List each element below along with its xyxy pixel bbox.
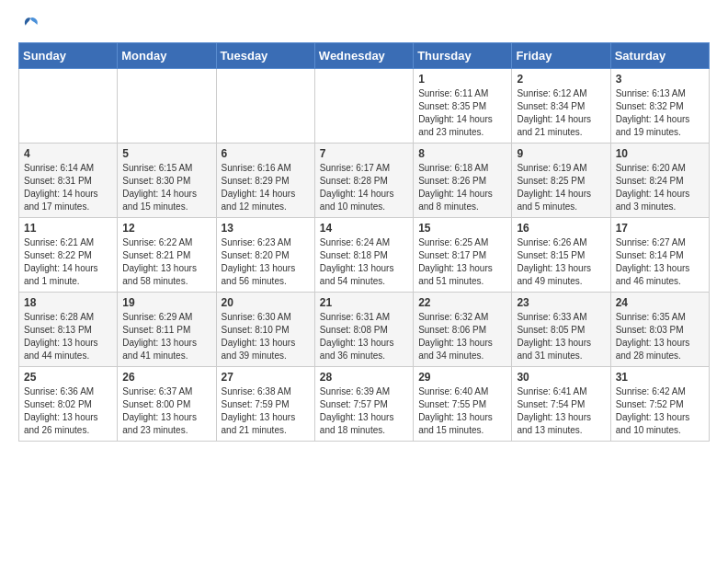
day-number: 8 <box>418 147 506 160</box>
calendar-cell: 5Sunrise: 6:15 AM Sunset: 8:30 PM Daylig… <box>118 144 216 218</box>
day-info: Sunrise: 6:42 AM Sunset: 7:52 PM Dayligh… <box>616 385 704 437</box>
day-number: 7 <box>320 147 408 160</box>
day-info: Sunrise: 6:28 AM Sunset: 8:13 PM Dayligh… <box>24 311 112 362</box>
calendar-header-row: SundayMondayTuesdayWednesdayThursdayFrid… <box>19 43 710 69</box>
calendar-cell: 4Sunrise: 6:14 AM Sunset: 8:31 PM Daylig… <box>19 144 118 218</box>
day-info: Sunrise: 6:23 AM Sunset: 8:20 PM Dayligh… <box>222 236 310 288</box>
weekday-header: Thursday <box>414 43 512 69</box>
day-info: Sunrise: 6:37 AM Sunset: 8:00 PM Dayligh… <box>122 385 210 437</box>
calendar-cell: 9Sunrise: 6:19 AM Sunset: 8:25 PM Daylig… <box>512 144 610 218</box>
day-number: 28 <box>320 371 408 384</box>
weekday-header: Saturday <box>610 43 709 69</box>
calendar-cell: 26Sunrise: 6:37 AM Sunset: 8:00 PM Dayli… <box>118 367 216 442</box>
weekday-header: Monday <box>118 43 216 69</box>
day-number: 31 <box>616 371 704 384</box>
day-number: 2 <box>517 73 605 86</box>
calendar-cell: 24Sunrise: 6:35 AM Sunset: 8:03 PM Dayli… <box>610 293 709 367</box>
day-info: Sunrise: 6:29 AM Sunset: 8:11 PM Dayligh… <box>122 311 210 362</box>
calendar-cell: 16Sunrise: 6:26 AM Sunset: 8:15 PM Dayli… <box>512 218 610 293</box>
calendar-cell: 14Sunrise: 6:24 AM Sunset: 8:18 PM Dayli… <box>314 218 413 293</box>
calendar-cell: 23Sunrise: 6:33 AM Sunset: 8:05 PM Dayli… <box>512 293 610 367</box>
day-number: 14 <box>320 222 408 235</box>
day-number: 17 <box>616 222 704 235</box>
calendar-cell: 18Sunrise: 6:28 AM Sunset: 8:13 PM Dayli… <box>19 293 118 367</box>
calendar-week-row: 4Sunrise: 6:14 AM Sunset: 8:31 PM Daylig… <box>19 144 710 218</box>
day-number: 9 <box>517 147 605 160</box>
day-info: Sunrise: 6:31 AM Sunset: 8:08 PM Dayligh… <box>320 311 408 362</box>
day-number: 18 <box>24 296 112 309</box>
day-number: 23 <box>517 296 605 309</box>
day-info: Sunrise: 6:33 AM Sunset: 8:05 PM Dayligh… <box>517 311 605 362</box>
day-info: Sunrise: 6:15 AM Sunset: 8:30 PM Dayligh… <box>122 162 210 213</box>
day-info: Sunrise: 6:27 AM Sunset: 8:14 PM Dayligh… <box>616 236 704 288</box>
day-info: Sunrise: 6:20 AM Sunset: 8:24 PM Dayligh… <box>616 162 704 213</box>
day-info: Sunrise: 6:26 AM Sunset: 8:15 PM Dayligh… <box>517 236 605 288</box>
day-info: Sunrise: 6:30 AM Sunset: 8:10 PM Dayligh… <box>222 311 310 362</box>
day-info: Sunrise: 6:25 AM Sunset: 8:17 PM Dayligh… <box>418 236 506 288</box>
day-number: 19 <box>122 296 210 309</box>
day-info: Sunrise: 6:12 AM Sunset: 8:34 PM Dayligh… <box>517 87 605 139</box>
logo <box>18 15 40 35</box>
day-info: Sunrise: 6:11 AM Sunset: 8:35 PM Dayligh… <box>418 87 506 139</box>
calendar-cell: 15Sunrise: 6:25 AM Sunset: 8:17 PM Dayli… <box>414 218 512 293</box>
calendar-cell: 30Sunrise: 6:41 AM Sunset: 7:54 PM Dayli… <box>512 367 610 442</box>
calendar-cell: 6Sunrise: 6:16 AM Sunset: 8:29 PM Daylig… <box>216 144 314 218</box>
logo-bird-icon <box>20 15 40 35</box>
calendar-week-row: 25Sunrise: 6:36 AM Sunset: 8:02 PM Dayli… <box>19 367 710 442</box>
day-info: Sunrise: 6:18 AM Sunset: 8:26 PM Dayligh… <box>418 162 506 213</box>
day-info: Sunrise: 6:24 AM Sunset: 8:18 PM Dayligh… <box>320 236 408 288</box>
calendar-cell <box>19 69 118 144</box>
day-info: Sunrise: 6:13 AM Sunset: 8:32 PM Dayligh… <box>616 87 704 139</box>
day-number: 22 <box>418 296 506 309</box>
calendar-table: SundayMondayTuesdayWednesdayThursdayFrid… <box>18 42 710 442</box>
calendar-cell: 10Sunrise: 6:20 AM Sunset: 8:24 PM Dayli… <box>610 144 709 218</box>
page-header <box>18 15 710 35</box>
day-number: 11 <box>24 222 112 235</box>
calendar-cell: 17Sunrise: 6:27 AM Sunset: 8:14 PM Dayli… <box>610 218 709 293</box>
day-number: 10 <box>616 147 704 160</box>
weekday-header: Tuesday <box>216 43 314 69</box>
day-info: Sunrise: 6:38 AM Sunset: 7:59 PM Dayligh… <box>222 385 310 437</box>
day-number: 15 <box>418 222 506 235</box>
calendar-cell: 28Sunrise: 6:39 AM Sunset: 7:57 PM Dayli… <box>314 367 413 442</box>
day-info: Sunrise: 6:21 AM Sunset: 8:22 PM Dayligh… <box>24 236 112 288</box>
calendar-cell: 2Sunrise: 6:12 AM Sunset: 8:34 PM Daylig… <box>512 69 610 144</box>
day-number: 1 <box>418 73 506 86</box>
calendar-week-row: 11Sunrise: 6:21 AM Sunset: 8:22 PM Dayli… <box>19 218 710 293</box>
day-number: 20 <box>222 296 310 309</box>
day-number: 30 <box>517 371 605 384</box>
calendar-cell: 12Sunrise: 6:22 AM Sunset: 8:21 PM Dayli… <box>118 218 216 293</box>
calendar-cell: 29Sunrise: 6:40 AM Sunset: 7:55 PM Dayli… <box>414 367 512 442</box>
weekday-header: Sunday <box>19 43 118 69</box>
calendar-cell <box>216 69 314 144</box>
calendar-cell: 22Sunrise: 6:32 AM Sunset: 8:06 PM Dayli… <box>414 293 512 367</box>
day-info: Sunrise: 6:32 AM Sunset: 8:06 PM Dayligh… <box>418 311 506 362</box>
day-info: Sunrise: 6:36 AM Sunset: 8:02 PM Dayligh… <box>24 385 112 437</box>
calendar-cell: 20Sunrise: 6:30 AM Sunset: 8:10 PM Dayli… <box>216 293 314 367</box>
day-info: Sunrise: 6:16 AM Sunset: 8:29 PM Dayligh… <box>222 162 310 213</box>
calendar-cell: 7Sunrise: 6:17 AM Sunset: 8:28 PM Daylig… <box>314 144 413 218</box>
day-info: Sunrise: 6:39 AM Sunset: 7:57 PM Dayligh… <box>320 385 408 437</box>
calendar-cell: 27Sunrise: 6:38 AM Sunset: 7:59 PM Dayli… <box>216 367 314 442</box>
day-info: Sunrise: 6:35 AM Sunset: 8:03 PM Dayligh… <box>616 311 704 362</box>
day-number: 3 <box>616 73 704 86</box>
weekday-header: Friday <box>512 43 610 69</box>
day-number: 26 <box>122 371 210 384</box>
calendar-cell <box>118 69 216 144</box>
day-number: 5 <box>122 147 210 160</box>
day-number: 24 <box>616 296 704 309</box>
day-number: 6 <box>222 147 310 160</box>
calendar-cell: 25Sunrise: 6:36 AM Sunset: 8:02 PM Dayli… <box>19 367 118 442</box>
calendar-cell: 19Sunrise: 6:29 AM Sunset: 8:11 PM Dayli… <box>118 293 216 367</box>
day-info: Sunrise: 6:14 AM Sunset: 8:31 PM Dayligh… <box>24 162 112 213</box>
day-info: Sunrise: 6:40 AM Sunset: 7:55 PM Dayligh… <box>418 385 506 437</box>
weekday-header: Wednesday <box>314 43 413 69</box>
calendar-cell: 31Sunrise: 6:42 AM Sunset: 7:52 PM Dayli… <box>610 367 709 442</box>
day-number: 4 <box>24 147 112 160</box>
calendar-cell: 1Sunrise: 6:11 AM Sunset: 8:35 PM Daylig… <box>414 69 512 144</box>
day-number: 13 <box>222 222 310 235</box>
calendar-cell <box>314 69 413 144</box>
day-info: Sunrise: 6:17 AM Sunset: 8:28 PM Dayligh… <box>320 162 408 213</box>
day-info: Sunrise: 6:41 AM Sunset: 7:54 PM Dayligh… <box>517 385 605 437</box>
day-number: 21 <box>320 296 408 309</box>
